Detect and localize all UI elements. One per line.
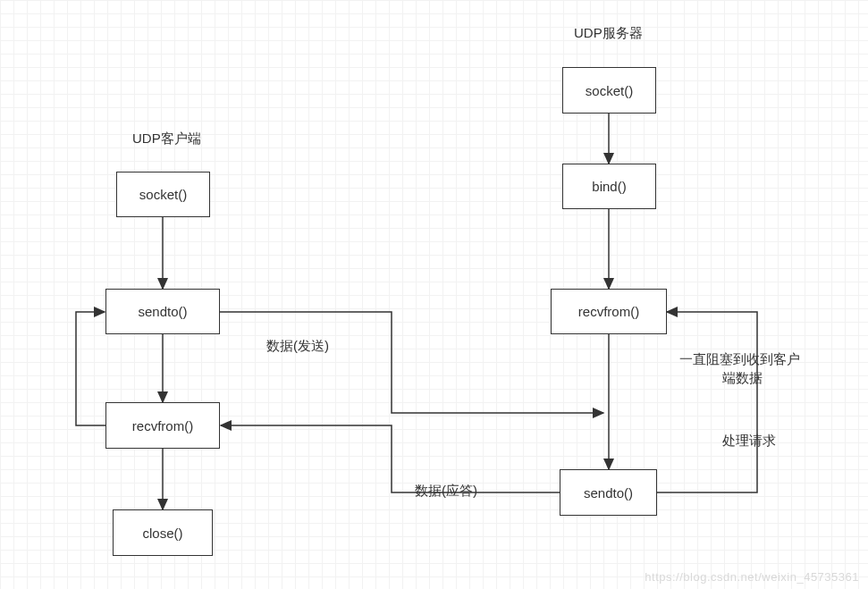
client-socket-text: socket(): [139, 187, 187, 202]
client-close-box: close(): [113, 509, 213, 556]
server-sendto-text: sendto(): [584, 485, 633, 501]
label-handle-request: 处理请求: [722, 433, 776, 450]
watermark-text: https://blog.csdn.net/weixin_45735361: [645, 570, 859, 584]
server-sendto-box: sendto(): [560, 469, 657, 516]
server-socket-box: socket(): [562, 67, 656, 114]
server-bind-box: bind(): [562, 164, 656, 209]
server-recvfrom-text: recvfrom(): [578, 304, 639, 319]
server-bind-text: bind(): [592, 179, 626, 194]
client-recvfrom-box: recvfrom(): [105, 402, 220, 449]
client-sendto-text: sendto(): [138, 304, 187, 319]
server-socket-text: socket(): [586, 83, 633, 98]
client-close-text: close(): [142, 526, 182, 541]
server-recvfrom-box: recvfrom(): [551, 289, 667, 334]
label-data-send: 数据(发送): [266, 338, 329, 355]
client-title: UDP客户端: [132, 130, 201, 147]
client-socket-box: socket(): [116, 172, 210, 217]
client-recvfrom-text: recvfrom(): [132, 418, 193, 433]
label-data-reply: 数据(应答): [415, 483, 477, 500]
client-sendto-box: sendto(): [105, 289, 220, 334]
label-block-note-line2: 端数据: [722, 370, 763, 387]
server-title: UDP服务器: [574, 25, 643, 42]
label-block-note-line1: 一直阻塞到收到客户: [679, 351, 800, 368]
